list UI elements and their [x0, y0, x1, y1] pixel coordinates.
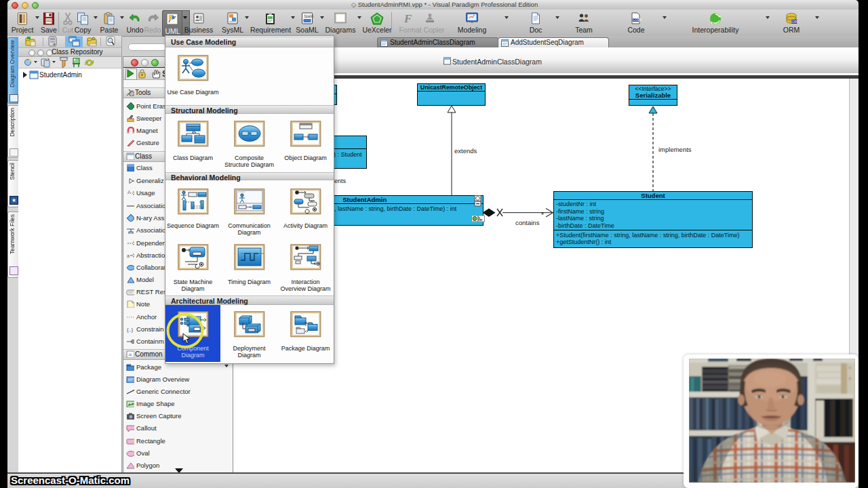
svg-text:extends: extends — [454, 147, 477, 155]
svg-text:ORM: ORM — [792, 20, 798, 24]
svg-text:F: F — [403, 12, 412, 24]
svg-text:SoaML: SoaML — [304, 14, 314, 18]
svg-text:CODE: CODE — [633, 18, 642, 22]
svg-text:implements: implements — [658, 146, 692, 153]
svg-text:a: a — [127, 253, 130, 258]
svg-text:*: * — [541, 211, 544, 219]
svg-text:{..}: {..} — [127, 327, 134, 333]
svg-text:contains: contains — [515, 219, 540, 226]
svg-text:u: u — [128, 189, 130, 193]
